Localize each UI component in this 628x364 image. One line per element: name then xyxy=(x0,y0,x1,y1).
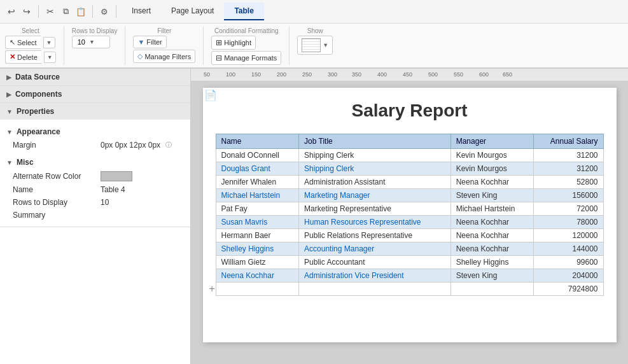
tab-table[interactable]: Table xyxy=(224,3,263,20)
manage-filters-row: ◇ Manage Filters xyxy=(133,50,195,63)
main: ▶ Data Source ▶ Components ▼ Properties xyxy=(0,69,628,364)
undo-button[interactable]: ↩ xyxy=(5,5,18,18)
table-row: Jennifer Whalen Administration Assistant… xyxy=(216,176,603,189)
misc-header[interactable]: ▼ Misc xyxy=(6,155,184,169)
rows-select[interactable]: 10 ▼ xyxy=(72,36,110,48)
select-arrow-icon: ▼ xyxy=(46,39,52,46)
show-grid-arrow-icon: ▼ xyxy=(323,42,328,48)
alt-row-color-swatch[interactable] xyxy=(101,171,132,181)
cell-salary: 72000 xyxy=(534,202,603,216)
ribbon-select-group: Select ↖ Select ▼ ✕ Delete xyxy=(5,26,64,65)
format-button[interactable]: ⚙ xyxy=(98,5,111,18)
app-container: ↩ ↪ ✂ ⧉ 📋 ⚙ Insert Page Layout Table Sel… xyxy=(0,0,628,364)
cell-manager: Michael Hartstein xyxy=(450,202,534,216)
cell-manager: Steven King xyxy=(450,189,534,202)
show-group-label: Show xyxy=(297,27,333,34)
cell-manager: Kevin Mourgos xyxy=(450,149,534,162)
components-label: Components xyxy=(15,90,62,99)
summary-label: Summary xyxy=(13,211,95,220)
canvas-area[interactable]: 📄 Salary Report + Name Job Title Manager… xyxy=(191,81,628,364)
name-row: Name Table 4 xyxy=(13,183,184,196)
table-row: Neena Kochhar Administration Vice Presid… xyxy=(216,269,603,283)
table-row: Michael Hartstein Marketing Manager Stev… xyxy=(216,189,603,202)
appearance-arrow-icon: ▼ xyxy=(6,129,13,136)
margin-label: Margin xyxy=(13,141,95,150)
cell-salary: 144000 xyxy=(534,242,603,256)
properties-content: ▼ Appearance Margin 0px 0px 12px 0px ⓘ ▼ xyxy=(0,120,190,227)
cell-manager: Steven King xyxy=(450,269,534,283)
manage-filters-button[interactable]: ◇ Manage Filters xyxy=(133,50,195,63)
cell-salary: 156000 xyxy=(534,189,603,202)
appearance-content: Margin 0px 0px 12px 0px ⓘ xyxy=(6,139,184,151)
redo-button[interactable]: ↪ xyxy=(20,5,33,18)
ruler-tick-650: 650 xyxy=(503,71,512,78)
data-source-header[interactable]: ▶ Data Source xyxy=(0,69,190,85)
components-arrow-icon: ▶ xyxy=(6,91,11,98)
table-row: Shelley Higgins Accounting Manager Neena… xyxy=(216,242,603,256)
cut-button[interactable]: ✂ xyxy=(44,5,57,18)
ruler-tick-150: 150 xyxy=(251,71,261,78)
components-section: ▶ Components xyxy=(0,86,190,103)
manage-formats-button[interactable]: ⊟ Manage Formats xyxy=(211,51,281,65)
cell-job-title: Public Accountant xyxy=(299,256,451,269)
components-header[interactable]: ▶ Components xyxy=(0,86,190,102)
paste-button[interactable]: 📋 xyxy=(74,5,87,18)
cell-name: William Gietz xyxy=(216,256,299,269)
ribbon-rows-group: Rows to Display 10 ▼ xyxy=(72,26,126,65)
cursor-icon: ↖ xyxy=(10,38,15,46)
ruler-tick-500: 500 xyxy=(428,71,438,78)
cell-name: Hermann Baer xyxy=(216,229,299,242)
appearance-header[interactable]: ▼ Appearance xyxy=(6,125,184,139)
delete-arrow-icon: ▼ xyxy=(47,54,53,60)
cell-manager: Shelley Higgins xyxy=(450,256,534,269)
filter-label: Filter xyxy=(146,38,162,46)
properties-section: ▼ Properties ▼ Appearance Margin 0px 0px… xyxy=(0,103,190,227)
toolbar-top: ↩ ↪ ✂ ⧉ 📋 ⚙ Insert Page Layout Table xyxy=(0,0,628,24)
sep1 xyxy=(38,5,39,18)
data-source-label: Data Source xyxy=(15,73,60,81)
table-total-row: 7924800 xyxy=(216,283,603,296)
ruler-tick-550: 550 xyxy=(454,71,463,78)
ruler-tick-250: 250 xyxy=(302,71,312,78)
add-row-icon[interactable]: + xyxy=(209,283,215,295)
cell-salary: 99600 xyxy=(534,256,603,269)
table-row: Susan Mavris Human Resources Representat… xyxy=(216,216,603,229)
alt-row-color-label: Alternate Row Color xyxy=(13,172,95,181)
cell-job-title: Shipping Clerk xyxy=(299,162,451,176)
cell-salary: 204000 xyxy=(534,269,603,283)
ruler-tick-100: 100 xyxy=(226,71,235,78)
col-job-title-header: Job Title xyxy=(299,134,451,149)
highlight-button[interactable]: ⊞ Highlight xyxy=(211,36,256,50)
select-button[interactable]: ↖ Select xyxy=(5,36,41,49)
misc-content: Alternate Row Color Name Table 4 Rows to… xyxy=(6,169,184,221)
misc-arrow-icon: ▼ xyxy=(6,159,13,166)
tab-page-layout[interactable]: Page Layout xyxy=(161,3,224,20)
properties-label: Properties xyxy=(17,107,54,116)
cell-name: Michael Hartstein xyxy=(216,189,299,202)
sep2 xyxy=(92,5,93,18)
page-icon[interactable]: 📄 xyxy=(204,89,217,101)
filter-btn-row: ▼ Filter xyxy=(133,36,195,48)
ribbon-filter-group: Filter ▼ Filter ◇ Manage Filters xyxy=(133,26,204,65)
margin-row: Margin 0px 0px 12px 0px ⓘ xyxy=(13,139,184,151)
data-source-section: ▶ Data Source xyxy=(0,69,190,86)
toolbar-tabs: Insert Page Layout Table xyxy=(122,3,264,20)
cell-job-title: Administration Assistant xyxy=(299,176,451,189)
copy-button[interactable]: ⧉ xyxy=(59,5,72,18)
col-name-header: Name xyxy=(216,134,299,149)
properties-header[interactable]: ▼ Properties xyxy=(0,103,190,120)
tab-insert[interactable]: Insert xyxy=(122,3,161,20)
delete-dropdown-button[interactable]: ▼ xyxy=(44,52,56,63)
cell-name: Shelley Higgins xyxy=(216,242,299,256)
filter-button[interactable]: ▼ Filter xyxy=(133,36,166,48)
cell-manager: Neena Kochhar xyxy=(450,216,534,229)
ruler-tick-300: 300 xyxy=(328,71,337,78)
show-grid-button[interactable]: ▼ xyxy=(297,36,333,55)
highlight-row: ⊞ Highlight xyxy=(211,36,281,50)
delete-button[interactable]: ✕ Delete xyxy=(5,50,41,64)
cell-manager: Neena Kochhar xyxy=(450,176,534,189)
ruler-tick-450: 450 xyxy=(403,71,412,78)
data-source-arrow-icon: ▶ xyxy=(6,74,11,81)
name-label: Name xyxy=(13,185,95,194)
select-dropdown-button[interactable]: ▼ xyxy=(43,37,55,48)
